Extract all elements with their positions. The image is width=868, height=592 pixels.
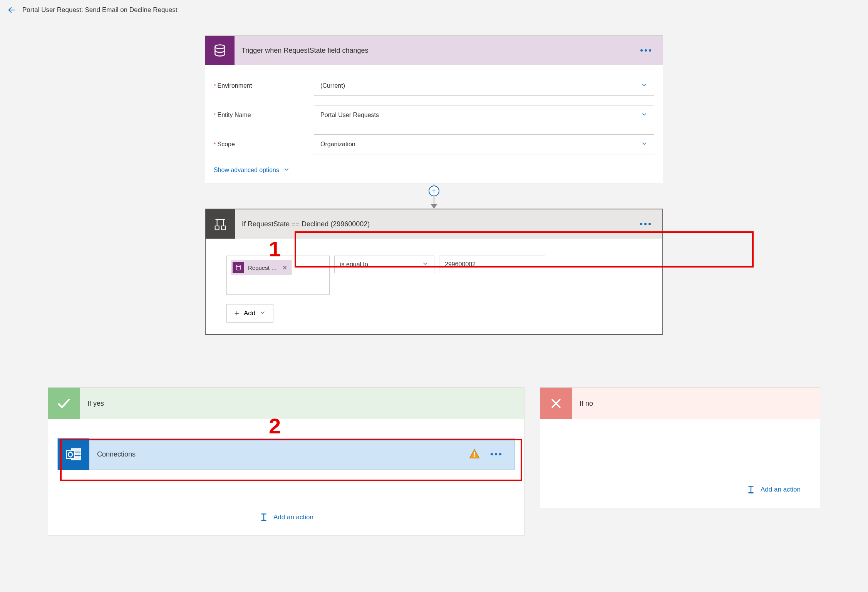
dynamic-content-token[interactable]: Request … ✕ xyxy=(231,260,292,275)
entity-value: Portal User Requests xyxy=(320,112,379,119)
chevron-down-icon xyxy=(641,82,648,90)
trigger-more-icon[interactable] xyxy=(638,47,654,54)
svg-point-9 xyxy=(236,265,241,267)
svg-point-19 xyxy=(474,456,475,458)
condition-value-input[interactable]: 299600002 xyxy=(439,256,545,273)
show-advanced-options-link[interactable]: Show advanced options xyxy=(214,166,290,174)
environment-select[interactable]: (Current) xyxy=(314,76,654,96)
field-environment-label: Environment xyxy=(217,82,252,89)
connections-action-card[interactable]: Connections xyxy=(57,438,515,470)
dataverse-icon xyxy=(205,36,235,65)
chevron-down-icon xyxy=(422,260,429,269)
warning-icon xyxy=(468,448,481,460)
svg-rect-8 xyxy=(221,226,225,230)
if-no-header[interactable]: If no xyxy=(540,388,820,419)
operator-value: is equal to xyxy=(340,261,368,268)
condition-value: 299600002 xyxy=(445,261,476,268)
trigger-card: Trigger when RequestState field changes … xyxy=(205,35,663,184)
if-no-branch: If no Add an action xyxy=(540,387,820,508)
field-entity-label: Entity Name xyxy=(217,112,251,118)
condition-title: If RequestState == Declined (299600002) xyxy=(242,220,631,228)
dataverse-icon xyxy=(233,262,244,273)
flow-connector xyxy=(205,184,663,209)
action-more-icon[interactable] xyxy=(488,451,504,458)
field-entity: *Entity Name Portal User Requests xyxy=(214,100,654,130)
condition-left-operand[interactable]: Request … ✕ xyxy=(226,256,330,295)
trigger-title: Trigger when RequestState field changes xyxy=(241,47,631,55)
close-icon xyxy=(540,388,572,419)
if-yes-header[interactable]: If yes xyxy=(48,388,524,419)
add-step-button[interactable] xyxy=(429,186,439,196)
field-scope: *Scope Organization xyxy=(214,130,654,159)
scope-select[interactable]: Organization xyxy=(314,134,654,154)
condition-icon xyxy=(206,209,235,239)
if-yes-branch: If yes Connections xyxy=(48,387,524,536)
scope-value: Organization xyxy=(320,141,355,148)
checkmark-icon xyxy=(48,388,80,419)
back-arrow-icon[interactable] xyxy=(7,5,16,15)
connections-action-title: Connections xyxy=(97,450,461,458)
yes-add-action-link[interactable]: Add an action xyxy=(57,512,515,526)
svg-rect-22 xyxy=(261,520,266,521)
remove-token-icon[interactable]: ✕ xyxy=(282,264,287,271)
chevron-down-icon xyxy=(259,309,266,318)
if-no-title: If no xyxy=(580,400,593,408)
chevron-down-icon xyxy=(641,140,648,149)
condition-card-header[interactable]: If RequestState == Declined (299600002) xyxy=(206,209,662,239)
svg-rect-7 xyxy=(215,226,219,230)
outlook-icon xyxy=(58,438,89,470)
condition-add-button[interactable]: Add xyxy=(226,304,273,323)
svg-rect-27 xyxy=(749,492,754,493)
entity-select[interactable]: Portal User Requests xyxy=(314,105,654,125)
field-environment: *Environment (Current) xyxy=(214,71,654,100)
chevron-down-icon xyxy=(641,111,648,119)
page-title: Portal User Request: Send Email on Decli… xyxy=(22,6,178,14)
if-yes-title: If yes xyxy=(87,400,104,408)
page-header: Portal User Request: Send Email on Decli… xyxy=(0,0,868,20)
no-add-action-link[interactable]: Add an action xyxy=(550,485,801,498)
environment-value: (Current) xyxy=(320,82,345,89)
svg-point-1 xyxy=(215,45,225,48)
field-scope-label: Scope xyxy=(217,141,235,147)
chevron-down-icon xyxy=(283,166,290,174)
token-label: Request … xyxy=(248,264,277,271)
condition-operator-select[interactable]: is equal to xyxy=(334,256,434,273)
trigger-card-header[interactable]: Trigger when RequestState field changes xyxy=(205,36,663,65)
condition-card: If RequestState == Declined (299600002) xyxy=(205,209,663,335)
condition-more-icon[interactable] xyxy=(638,221,653,227)
